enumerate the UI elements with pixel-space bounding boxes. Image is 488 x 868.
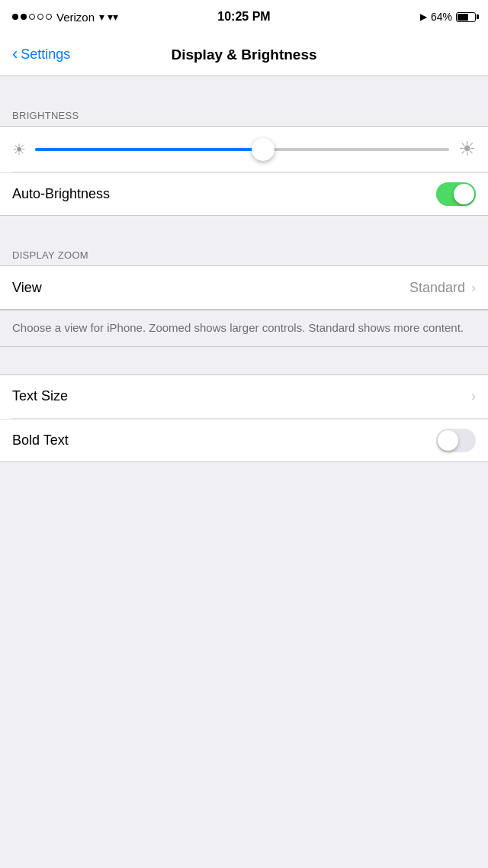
- bold-text-toggle[interactable]: [436, 429, 476, 452]
- battery-fill: [458, 14, 468, 21]
- view-label: View: [12, 280, 409, 296]
- section-gap-brightness: [0, 76, 488, 104]
- text-size-label: Text Size: [12, 388, 471, 404]
- brightness-section-header: BRIGHTNESS: [0, 104, 488, 126]
- location-icon: ▶: [420, 11, 427, 22]
- sun-large-icon: ☀: [458, 137, 476, 161]
- page-title: Display & Brightness: [171, 47, 316, 63]
- toggle-thumb: [454, 184, 474, 204]
- dot-3: [29, 14, 35, 20]
- battery-percent: 64%: [431, 11, 452, 23]
- bold-toggle-thumb: [438, 430, 458, 451]
- view-chevron-icon: ›: [471, 280, 476, 296]
- auto-brightness-label: Auto-Brightness: [12, 186, 436, 202]
- zoom-description: Choose a view for iPhone. Zoomed shows l…: [0, 310, 488, 347]
- back-button[interactable]: ‹ Settings: [12, 47, 70, 63]
- nav-bar: ‹ Settings Display & Brightness: [0, 34, 488, 76]
- view-value: Standard: [409, 280, 465, 296]
- text-size-chevron-icon: ›: [471, 388, 476, 404]
- status-time: 10:25 PM: [167, 10, 322, 24]
- view-row[interactable]: View Standard ›: [0, 266, 488, 309]
- dot-2: [21, 14, 27, 20]
- text-card: Text Size › Bold Text: [0, 375, 488, 462]
- dot-4: [37, 14, 43, 20]
- wifi-icon: ▾ ▾▾: [99, 11, 118, 23]
- section-gap-zoom: [0, 216, 488, 243]
- status-left: Verizon ▾ ▾▾: [12, 11, 167, 24]
- section-gap-text: [0, 347, 488, 375]
- bold-text-row: Bold Text: [0, 419, 488, 461]
- sun-small-icon: ☀: [12, 140, 26, 159]
- back-chevron-icon: ‹: [12, 46, 18, 63]
- text-size-row[interactable]: Text Size ›: [0, 375, 488, 418]
- brightness-card: ☀ ☀ Auto-Brightness: [0, 126, 488, 216]
- brightness-slider[interactable]: [35, 148, 449, 151]
- auto-brightness-row: Auto-Brightness: [0, 172, 488, 215]
- battery-icon: [456, 12, 476, 22]
- brightness-slider-row[interactable]: ☀ ☀: [0, 127, 488, 172]
- status-bar: Verizon ▾ ▾▾ 10:25 PM ▶ 64%: [0, 0, 488, 34]
- dot-1: [12, 14, 18, 20]
- auto-brightness-toggle[interactable]: [436, 182, 476, 206]
- signal-dots: [12, 14, 52, 20]
- display-zoom-section-header: DISPLAY ZOOM: [0, 243, 488, 265]
- dot-5: [46, 14, 52, 20]
- slider-thumb[interactable]: [252, 138, 274, 161]
- battery-body: [456, 12, 476, 22]
- bold-text-label: Bold Text: [12, 432, 436, 448]
- bottom-fill: [0, 462, 488, 706]
- display-zoom-card: View Standard ›: [0, 265, 488, 310]
- slider-fill: [35, 148, 263, 151]
- status-right: ▶ 64%: [321, 11, 476, 23]
- carrier-label: Verizon: [56, 11, 95, 24]
- back-label: Settings: [21, 47, 70, 63]
